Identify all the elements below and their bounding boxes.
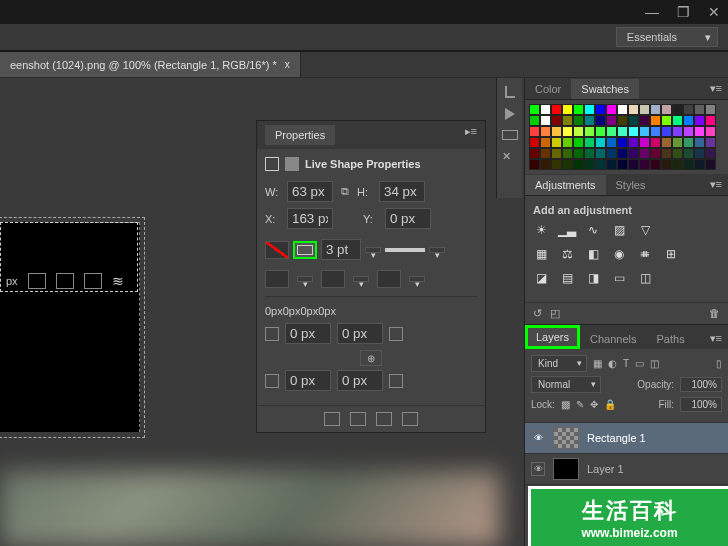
swatch[interactable]	[573, 137, 584, 148]
swatch[interactable]	[562, 148, 573, 159]
tab-channels[interactable]: Channels	[580, 329, 646, 349]
swatch[interactable]	[584, 159, 595, 170]
stroke-width-dd[interactable]	[365, 247, 381, 253]
filter-pixel-icon[interactable]: ▦	[593, 358, 602, 369]
visibility-toggle[interactable]: 👁	[531, 431, 545, 445]
selective-color-icon[interactable]: ◫	[637, 270, 653, 286]
swatch[interactable]	[562, 104, 573, 115]
lock-position-icon[interactable]: ✥	[590, 399, 598, 410]
visibility-toggle[interactable]: 👁	[531, 462, 545, 476]
close-tab-icon[interactable]: x	[285, 59, 290, 70]
play-icon[interactable]	[505, 108, 515, 120]
panel-menu-icon[interactable]: ▾≡	[704, 328, 728, 349]
vibrance-icon[interactable]: ▽	[637, 222, 653, 238]
swatch[interactable]	[683, 159, 694, 170]
restore-button[interactable]: ❐	[677, 4, 690, 20]
layer-thumbnail[interactable]	[553, 427, 579, 449]
swatch[interactable]	[705, 148, 716, 159]
swatch[interactable]	[672, 126, 683, 137]
layer-filter-kind-dd[interactable]: Kind	[531, 355, 587, 372]
swatch[interactable]	[573, 126, 584, 137]
filter-smart-icon[interactable]: ◫	[650, 358, 659, 369]
hue-icon[interactable]: ▦	[533, 246, 549, 262]
swatch[interactable]	[584, 137, 595, 148]
swatch[interactable]	[584, 126, 595, 137]
swatch[interactable]	[540, 137, 551, 148]
stroke-corner-icon[interactable]	[377, 270, 401, 288]
swatch[interactable]	[551, 126, 562, 137]
swatch[interactable]	[694, 126, 705, 137]
swatch[interactable]	[705, 104, 716, 115]
swatch[interactable]	[628, 126, 639, 137]
stroke-corner-dd[interactable]	[409, 276, 425, 282]
fill-input[interactable]: 100%	[680, 397, 722, 412]
tab-styles[interactable]: Styles	[606, 175, 656, 195]
panel-menu-icon[interactable]: ▸≡	[465, 125, 477, 145]
swatch[interactable]	[650, 148, 661, 159]
swatch[interactable]	[529, 126, 540, 137]
link-wh-icon[interactable]: ⧉	[341, 185, 349, 198]
history-icon[interactable]	[505, 86, 515, 98]
swatch[interactable]	[584, 104, 595, 115]
invert-icon[interactable]: ◪	[533, 270, 549, 286]
swatch[interactable]	[617, 159, 628, 170]
channel-mixer-icon[interactable]: ⩩	[637, 246, 653, 262]
swatch[interactable]	[573, 104, 584, 115]
swatch[interactable]	[573, 115, 584, 126]
swatch[interactable]	[672, 115, 683, 126]
pathop-intersect-icon[interactable]	[376, 412, 392, 426]
trash-icon[interactable]: 🗑	[709, 307, 720, 320]
link-radii-button[interactable]: ⊕	[360, 350, 382, 366]
stroke-cap-icon[interactable]	[321, 270, 345, 288]
reset-icon[interactable]: ↺	[533, 307, 542, 320]
swatch[interactable]	[617, 126, 628, 137]
minimize-button[interactable]: —	[645, 4, 659, 20]
brightness-icon[interactable]: ☀	[533, 222, 549, 238]
stroke-style-preview[interactable]	[385, 248, 425, 252]
clip-icon[interactable]: ◰	[550, 307, 560, 320]
width-input[interactable]	[287, 181, 333, 202]
swatch[interactable]	[650, 137, 661, 148]
swatch[interactable]	[705, 159, 716, 170]
swatch[interactable]	[650, 126, 661, 137]
lock-paint-icon[interactable]: ✎	[576, 399, 584, 410]
swatch[interactable]	[705, 115, 716, 126]
bw-icon[interactable]: ◧	[585, 246, 601, 262]
swatch[interactable]	[639, 137, 650, 148]
canvas[interactable]	[0, 222, 140, 432]
layers-stack-icon[interactable]: ≋	[112, 273, 124, 289]
document-tab[interactable]: eenshot (1024).png @ 100% (Rectangle 1, …	[0, 52, 301, 77]
close-button[interactable]: ✕	[708, 4, 720, 20]
swatch[interactable]	[562, 115, 573, 126]
stroke-swatch[interactable]	[293, 241, 317, 259]
properties-tab[interactable]: Properties	[265, 125, 335, 145]
layer-row[interactable]: 👁Layer 1	[525, 453, 728, 484]
height-input[interactable]	[379, 181, 425, 202]
swatch[interactable]	[683, 148, 694, 159]
radius-bl-input[interactable]	[285, 370, 331, 391]
swatch[interactable]	[606, 104, 617, 115]
swatch[interactable]	[650, 104, 661, 115]
swatch[interactable]	[529, 159, 540, 170]
lock-all-icon[interactable]: 🔒	[604, 399, 616, 410]
swatch[interactable]	[562, 126, 573, 137]
opacity-input[interactable]: 100%	[680, 377, 722, 392]
panel-menu-icon[interactable]: ▾≡	[704, 174, 728, 195]
swatch[interactable]	[661, 115, 672, 126]
swatch[interactable]	[617, 115, 628, 126]
swatch[interactable]	[551, 104, 562, 115]
swatch[interactable]	[573, 148, 584, 159]
x-input[interactable]	[287, 208, 333, 229]
swatch[interactable]	[650, 115, 661, 126]
swatch[interactable]	[705, 137, 716, 148]
stroke-align-icon[interactable]	[265, 270, 289, 288]
swatch[interactable]	[672, 137, 683, 148]
curves-icon[interactable]: ∿	[585, 222, 601, 238]
swatch[interactable]	[650, 159, 661, 170]
swatch[interactable]	[595, 159, 606, 170]
swatch[interactable]	[639, 126, 650, 137]
swatch[interactable]	[628, 115, 639, 126]
settings-icon[interactable]: ✕	[502, 150, 518, 166]
swatch[interactable]	[639, 159, 650, 170]
swatch[interactable]	[661, 104, 672, 115]
